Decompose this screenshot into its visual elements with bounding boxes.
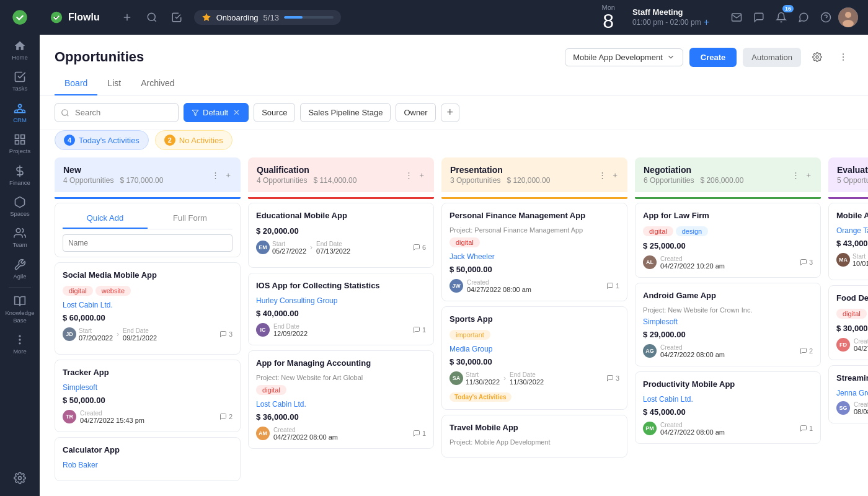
tag-design: design xyxy=(676,226,708,236)
notification-wrapper[interactable]: 16 xyxy=(771,7,791,27)
more-options-button[interactable] xyxy=(833,47,853,67)
card-dates: MA Start 10/01/ xyxy=(836,253,868,267)
col-add-button-neg[interactable]: + xyxy=(805,169,812,181)
col-menu-button-pres[interactable]: ⋮ xyxy=(597,169,608,181)
card-company[interactable]: Jenna Grove xyxy=(836,389,868,397)
card-company[interactable]: Rob Baker xyxy=(63,461,232,469)
col-menu-button-new[interactable]: ⋮ xyxy=(210,169,221,181)
add-filter-button[interactable]: + xyxy=(441,104,459,122)
user-avatar[interactable] xyxy=(838,7,858,27)
card-sports-app[interactable]: Sports App important Media Group $ 30,00… xyxy=(441,306,627,410)
card-mobile-app-eval[interactable]: Mobile App Orange Tales $ 43,000.00 MA S… xyxy=(828,203,868,280)
sidebar-item-spaces[interactable]: Spaces xyxy=(0,191,40,222)
card-amount: $ 25,000.00 xyxy=(643,241,813,250)
card-avatar: SA xyxy=(450,371,463,385)
card-calculator-app[interactable]: Calculator App Rob Baker xyxy=(55,437,241,481)
tab-quick-add[interactable]: Quick Add xyxy=(63,208,148,229)
card-company[interactable]: Simplesoft xyxy=(63,383,232,392)
col-add-button-new[interactable]: + xyxy=(224,169,232,181)
card-company[interactable]: Lost Cabin Ltd. xyxy=(256,400,426,409)
add-button[interactable] xyxy=(117,7,137,27)
card-contact[interactable]: Jack Wheeler xyxy=(450,252,619,261)
sidebar-item-crm[interactable]: CRM xyxy=(0,97,40,128)
chat2-button[interactable] xyxy=(794,7,813,27)
card-food-delivery[interactable]: Food Delivery digital $ 30,000.00 FD Cre… xyxy=(828,285,868,360)
card-project: Project: Mobile App Development xyxy=(450,438,619,446)
page-header-actions: Mobile App Development Create Automation xyxy=(565,47,853,67)
search-input[interactable] xyxy=(55,103,179,122)
card-accounting-app[interactable]: App for Managing Accounting Project: New… xyxy=(248,350,434,449)
sidebar-item-my-team[interactable]: Team xyxy=(0,222,40,253)
sidebar-item-more[interactable]: More xyxy=(0,329,40,360)
column-evaluation: Evaluation 5 Opportunities ⋮ + Mobile Ap… xyxy=(828,157,868,486)
meeting-time: 01:00 pm - 02:00 pm + xyxy=(632,17,709,28)
today-activities-pill[interactable]: 4 Today's Activities xyxy=(55,130,149,150)
chat-button[interactable] xyxy=(749,7,769,27)
sidebar-item-finance[interactable]: Finance xyxy=(0,160,40,191)
column-header-pres: Presentation 3 Opportunities $ 120,000.0… xyxy=(441,157,627,192)
filter-icon xyxy=(192,109,199,117)
owner-filter-btn[interactable]: Owner xyxy=(396,103,435,122)
card-amount: $ 40,000.00 xyxy=(256,309,426,318)
col-title-eval: Evaluation xyxy=(837,165,868,175)
default-filter-btn[interactable]: Default ✕ xyxy=(184,103,249,122)
col-add-button-pres[interactable]: + xyxy=(611,169,619,181)
automation-button[interactable]: Automation xyxy=(743,48,801,67)
source-filter-btn[interactable]: Source xyxy=(254,103,295,122)
card-meta: AG Created 04/27/2022 08:00 am 2 xyxy=(643,344,813,358)
mail-button[interactable] xyxy=(727,7,746,27)
create-button[interactable]: Create xyxy=(689,48,737,67)
card-company[interactable]: Orange Tales xyxy=(836,226,868,235)
card-android-game[interactable]: Android Game App Project: New Website fo… xyxy=(635,283,821,366)
today-activities-label: Today's Activities xyxy=(79,136,140,145)
col-menu-button-qual[interactable]: ⋮ xyxy=(404,169,414,181)
card-social-media-app[interactable]: Social Media Mobile App digital website … xyxy=(55,262,241,355)
global-search-button[interactable] xyxy=(142,7,162,27)
card-company[interactable]: Hurley Consulting Group xyxy=(256,296,426,305)
no-activities-pill[interactable]: 2 No Activities xyxy=(155,130,232,150)
card-meta: AM Created 04/27/2022 08:00 am 1 xyxy=(256,427,426,441)
sidebar-item-settings[interactable] xyxy=(0,467,40,491)
onboarding-pill[interactable]: Onboarding 5/13 xyxy=(194,10,341,25)
card-title: Food Delivery xyxy=(836,293,868,304)
card-avatar: PM xyxy=(643,422,657,435)
tab-board[interactable]: Board xyxy=(55,72,97,95)
tab-archived[interactable]: Archived xyxy=(131,72,184,95)
card-law-firm[interactable]: App for Law Firm digital design $ 25,000… xyxy=(635,203,821,278)
sidebar-item-home[interactable]: Home xyxy=(0,35,40,66)
sidebar-item-projects[interactable]: Projects xyxy=(0,128,40,159)
card-travel-app[interactable]: Travel Mobile App Project: Mobile App De… xyxy=(441,415,627,458)
sidebar-item-knowledge[interactable]: Knowledge Base xyxy=(0,290,40,329)
pipeline-selector[interactable]: Mobile App Development xyxy=(565,48,683,66)
col-add-button-qual[interactable]: + xyxy=(418,169,425,181)
pipeline-stage-filter-btn[interactable]: Sales Pipeline Stage xyxy=(300,103,391,122)
add-meeting-button[interactable]: + xyxy=(704,17,709,28)
card-company[interactable]: Lost Cabin Ltd. xyxy=(643,395,813,404)
help-button[interactable] xyxy=(816,7,836,27)
card-tracker-app[interactable]: Tracker App Simplesoft $ 50,000.00 TR Cr… xyxy=(55,360,241,432)
card-personal-finance[interactable]: Personal Finance Management App Project:… xyxy=(441,203,627,301)
tab-full-form[interactable]: Full Form xyxy=(148,208,232,229)
card-educational-app[interactable]: Educational Mobile App $ 20,000.00 EM St… xyxy=(248,203,434,268)
settings-button[interactable] xyxy=(807,47,827,67)
col-menu-button-neg[interactable]: ⋮ xyxy=(790,169,801,181)
sidebar-item-agile[interactable]: Agile xyxy=(0,254,40,285)
card-productivity-app[interactable]: Productivity Mobile App Lost Cabin Ltd. … xyxy=(635,371,821,444)
card-ios-app[interactable]: IOS App for Collecting Statistics Hurley… xyxy=(248,273,434,345)
card-tags: digital xyxy=(450,237,619,247)
app-logo[interactable] xyxy=(7,5,32,30)
card-amount: $ 29,000.00 xyxy=(643,330,813,339)
remove-filter-btn[interactable]: ✕ xyxy=(232,108,241,117)
tab-list[interactable]: List xyxy=(97,72,131,95)
sidebar-item-tasks[interactable]: Tasks xyxy=(0,66,40,97)
col-title-pres: Presentation xyxy=(450,165,550,175)
task-button[interactable] xyxy=(167,7,187,27)
card-streaming[interactable]: Streaming a... Jenna Grove SG Created 08… xyxy=(828,365,868,423)
quick-add-name-input[interactable] xyxy=(63,234,232,252)
meeting-info[interactable]: Staff Meeting 01:00 pm - 02:00 pm + xyxy=(632,7,709,28)
card-company[interactable]: Lost Cabin Ltd. xyxy=(63,301,232,309)
card-company[interactable]: Simplesoft xyxy=(643,317,813,326)
card-amount: $ 30,000.00 xyxy=(450,357,619,366)
card-company[interactable]: Media Group xyxy=(450,345,619,353)
svg-point-23 xyxy=(843,60,844,61)
